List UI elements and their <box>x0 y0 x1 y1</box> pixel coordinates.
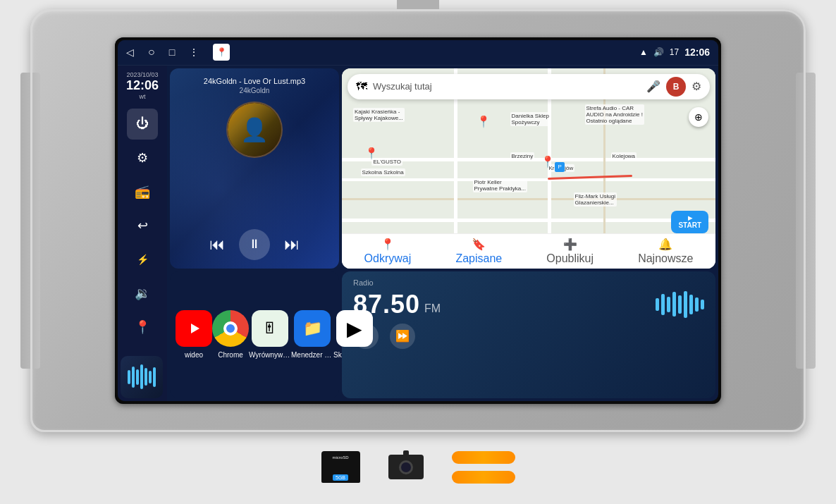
files-icon: 📁 <box>294 310 331 347</box>
sidebar-radio-button[interactable]: 📻 <box>127 176 158 207</box>
maps-icon[interactable]: 📍 <box>213 44 230 61</box>
radio-band: FM <box>424 302 441 319</box>
maps-widget[interactable]: Kajaki Krasieńka -Spływy Kajakowe... Dan… <box>342 68 715 269</box>
screen-bezel: MIC 📍 ▲ 🔊 17 12:06 <box>115 37 721 404</box>
map-label-fliz: Fliz-Mark UsługiGlazanierskie... <box>574 192 617 207</box>
sidebar-location-button[interactable]: 📍 <box>127 312 158 343</box>
location-current-button[interactable]: ⊕ <box>689 107 708 127</box>
screen: 📍 ▲ 🔊 17 12:06 2023/10/03 12:06 wt ⏻ <box>118 40 718 401</box>
krasiejow-marker: P <box>555 162 565 172</box>
day-display: wt <box>126 93 159 100</box>
svg-marker-0 <box>191 324 199 333</box>
wifi-icon: ▲ <box>639 47 648 57</box>
nav-menu-button[interactable] <box>189 47 199 58</box>
sound-wave-widget[interactable] <box>121 356 163 398</box>
main-content: 24kGoldn - Love Or Lust.mp3 24kGoldn 👤 ⏮… <box>167 66 718 401</box>
nav-buttons: 📍 <box>126 44 230 61</box>
camera-lens <box>399 460 413 474</box>
song-title: 24kGoldn - Love Or Lust.mp3 <box>204 77 305 85</box>
sidebar-settings-button[interactable]: ⚙ <box>127 142 158 173</box>
play-pause-button[interactable]: ⏸ <box>239 229 270 260</box>
maps-saved-icon: 🔖 <box>472 238 486 251</box>
pry-tool-1 <box>452 451 515 464</box>
maps-latest-button[interactable]: 🔔 Najnowsze <box>638 238 693 265</box>
app-equalizer-label: Wyrównywa... <box>249 351 291 359</box>
camera-accessory <box>388 455 424 479</box>
maps-discover-button[interactable]: 📍 Odkrywaj <box>364 238 412 265</box>
maps-bottom-bar: 📍 Odkrywaj 🔖 Zapisane ➕ Opublikuj 🔔 <box>342 233 715 269</box>
app-files[interactable]: 📁 Menedzer P... <box>291 310 333 359</box>
chrome-icon <box>212 310 249 347</box>
radio-controls: ⏪ ⏩ <box>353 324 704 349</box>
sd-card-label: 5GB <box>333 474 348 481</box>
app-wideo-label: wideo <box>185 351 203 359</box>
maps-settings-button[interactable]: ⚙ <box>691 80 701 93</box>
map-label-kolejowa: Kolejowa <box>611 152 637 160</box>
nav-home-button[interactable] <box>148 46 155 59</box>
maps-latest-icon: 🔔 <box>658 238 672 251</box>
sidebar-back-button[interactable]: ↩ <box>127 210 158 241</box>
map-label-piotr: Piotr KellerPrywatne Praktyka... <box>473 178 527 192</box>
clock: 12:06 <box>684 47 710 58</box>
map-label-kajaki: Kajaki Krasieńka -Spływy Kajakowe... <box>353 108 405 122</box>
maps-user-avatar[interactable]: B <box>666 77 686 97</box>
status-bar: 📍 ▲ 🔊 17 12:06 <box>118 40 718 66</box>
app-equalizer[interactable]: 🎚 Wyrównywa... <box>249 310 291 359</box>
status-bar-right: ▲ 🔊 17 12:06 <box>639 47 710 58</box>
sd-card: 5GB <box>321 451 360 483</box>
sidebar-power-button[interactable]: ⏻ <box>127 109 158 140</box>
map-pin-1: 📍 <box>477 115 491 128</box>
maps-discover-icon: 📍 <box>381 238 395 251</box>
time-display: 12:06 <box>126 78 159 93</box>
map-label-strefa: Strefa Audio - CARAUDIO na Androidzie !O… <box>585 104 644 125</box>
next-button[interactable]: ⏭ <box>284 235 300 254</box>
sidebar-volume-button[interactable]: 🔉 <box>127 278 158 309</box>
map-label-brzeziny: Brzeziny <box>510 152 535 160</box>
equalizer-icon: 🎚 <box>252 310 288 347</box>
right-protrusion <box>796 73 816 369</box>
prev-button[interactable]: ⏮ <box>209 235 225 254</box>
radio-label: Radio <box>353 278 704 287</box>
app-chrome-label: Chrome <box>218 351 243 359</box>
maps-saved-button[interactable]: 🔖 Zapisane <box>455 238 502 265</box>
maps-mic-button[interactable]: 🎤 <box>646 80 660 93</box>
sidebar-bluetooth-button[interactable]: ⚡ <box>127 244 158 275</box>
maps-publish-button[interactable]: ➕ Opublikuj <box>546 238 594 265</box>
camera <box>388 455 424 479</box>
album-art-inner: 👤 <box>228 103 281 156</box>
nav-back-button[interactable] <box>126 47 134 58</box>
album-art: 👤 <box>226 102 283 158</box>
volume-icon: 🔊 <box>653 47 664 57</box>
pry-tools-accessory <box>452 449 515 486</box>
map-pin-2: 📍 <box>364 147 379 160</box>
accessories: 5GB <box>321 439 515 496</box>
app-wideo[interactable]: wideo <box>176 310 212 359</box>
car-frame: MIC 📍 ▲ 🔊 17 12:06 <box>30 9 806 432</box>
side-panel: 2023/10/03 12:06 wt ⏻ ⚙ 📻 ↩ ⚡ 🔉 📍 <box>118 66 167 401</box>
playstore-icon: ▶ <box>336 310 373 347</box>
music-controls: ⏮ ⏸ ⏭ <box>209 229 300 260</box>
volume-level: 17 <box>670 47 679 57</box>
apps-widget: wideo Chrome 🎚 Wyrównywa.. <box>170 271 339 398</box>
maps-publish-icon: ➕ <box>563 238 577 251</box>
music-widget: 24kGoldn - Love Or Lust.mp3 24kGoldn 👤 ⏮… <box>170 68 339 269</box>
radio-freq-row: 87.50 FM <box>353 290 704 319</box>
radio-waveform <box>656 291 704 318</box>
nav-recent-button[interactable] <box>169 47 175 58</box>
left-protrusion <box>20 73 40 369</box>
map-pin-3: 📍 <box>541 155 555 168</box>
map-label-danielka: Danielka SklepSpożywczy <box>510 112 551 126</box>
wideo-icon <box>176 310 212 347</box>
map-start-button[interactable]: ▶ START <box>671 211 708 233</box>
app-chrome[interactable]: Chrome <box>212 310 249 359</box>
maps-search-bar[interactable]: 🗺 Wyszukaj tutaj 🎤 B ⚙ <box>348 74 710 99</box>
app-files-label: Menedzer P... <box>291 351 333 359</box>
pry-tools <box>452 449 515 486</box>
maps-logo: 🗺 <box>356 80 367 93</box>
radio-next-button[interactable]: ⏩ <box>390 324 415 349</box>
maps-search-text: Wyszukaj tutaj <box>373 81 641 92</box>
sd-card-accessory: 5GB <box>321 451 360 483</box>
radio-widget: Radio 87.50 FM <box>342 271 715 398</box>
map-label-szkolna: Szkolna Szkolna <box>361 168 405 176</box>
pry-tool-2 <box>452 471 515 484</box>
